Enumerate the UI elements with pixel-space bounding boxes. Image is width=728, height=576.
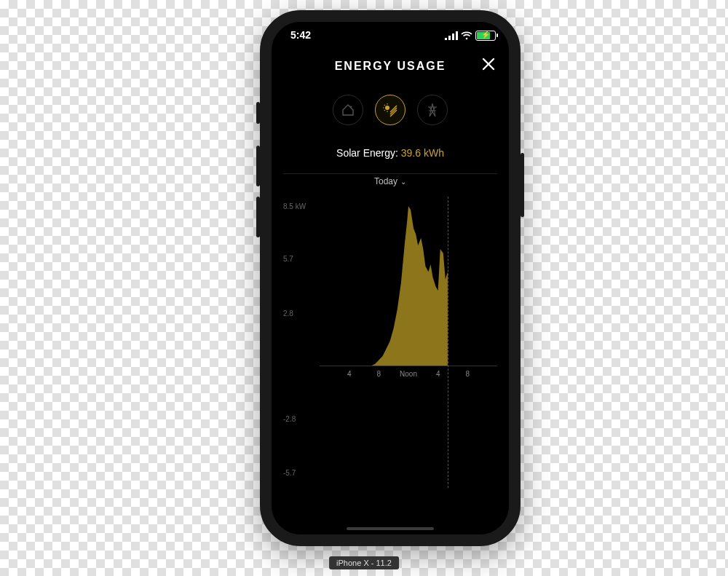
svg-rect-3 bbox=[456, 31, 458, 40]
status-time: 5:42 bbox=[290, 29, 311, 41]
phone-power-button bbox=[521, 153, 524, 217]
page-title: ENERGY USAGE bbox=[272, 60, 509, 73]
svg-rect-0 bbox=[445, 38, 447, 40]
phone-volume-down bbox=[256, 197, 260, 237]
tab-solar[interactable] bbox=[375, 95, 405, 125]
svg-line-10 bbox=[384, 110, 385, 111]
close-button[interactable] bbox=[481, 57, 496, 74]
y-tick-label: -2.8 bbox=[283, 414, 296, 422]
phone-frame: 5:42 ⚡ ENERGY USAGE bbox=[260, 10, 521, 546]
x-tick-label: 4 bbox=[347, 370, 352, 378]
screen: 5:42 ⚡ ENERGY USAGE bbox=[272, 22, 509, 534]
svg-point-4 bbox=[466, 38, 468, 40]
x-tick-label: Noon bbox=[400, 370, 417, 378]
metric-label: Solar Energy: bbox=[336, 147, 401, 159]
status-right: ⚡ bbox=[445, 31, 496, 41]
solar-series-area bbox=[320, 206, 448, 366]
chevron-down-icon: ⌄ bbox=[400, 178, 406, 186]
home-indicator bbox=[347, 527, 434, 530]
phone-mute-switch bbox=[256, 102, 260, 124]
metric-line: Solar Energy: 39.6 kWh bbox=[272, 147, 509, 159]
x-tick-label: 8 bbox=[377, 370, 381, 378]
close-icon bbox=[481, 57, 496, 71]
device-caption: iPhone X - 11.2 bbox=[329, 556, 399, 569]
svg-point-5 bbox=[385, 106, 389, 110]
tab-grid[interactable] bbox=[417, 95, 448, 125]
range-selector[interactable]: Today⌄ bbox=[272, 176, 509, 186]
solar-icon bbox=[382, 102, 398, 118]
metric-value: 39.6 kWh bbox=[401, 147, 444, 159]
solar-chart: 8.5 kW5.72.8-2.8-5.748Noon48 bbox=[283, 197, 497, 513]
x-tick-label: 8 bbox=[466, 370, 470, 378]
svg-rect-2 bbox=[452, 33, 454, 40]
pylon-icon bbox=[426, 103, 439, 117]
y-tick-label: 8.5 kW bbox=[283, 202, 306, 210]
phone-volume-up bbox=[256, 146, 260, 186]
wifi-icon bbox=[461, 31, 472, 40]
chart-plot bbox=[320, 197, 497, 488]
tab-home[interactable] bbox=[333, 95, 363, 125]
divider bbox=[283, 173, 497, 174]
cellular-icon bbox=[445, 31, 458, 40]
svg-rect-1 bbox=[448, 36, 451, 40]
battery-icon: ⚡ bbox=[475, 31, 496, 41]
now-line bbox=[448, 197, 448, 488]
y-tick-label: 2.8 bbox=[283, 309, 293, 317]
range-label: Today bbox=[374, 176, 397, 186]
status-bar: 5:42 ⚡ bbox=[272, 29, 509, 44]
x-axis bbox=[320, 366, 497, 366]
category-tabs bbox=[272, 95, 509, 125]
x-tick-label: 4 bbox=[436, 370, 440, 378]
svg-line-9 bbox=[384, 105, 385, 106]
y-tick-label: -5.7 bbox=[283, 469, 296, 477]
house-icon bbox=[341, 103, 355, 117]
y-tick-label: 5.7 bbox=[283, 255, 293, 263]
